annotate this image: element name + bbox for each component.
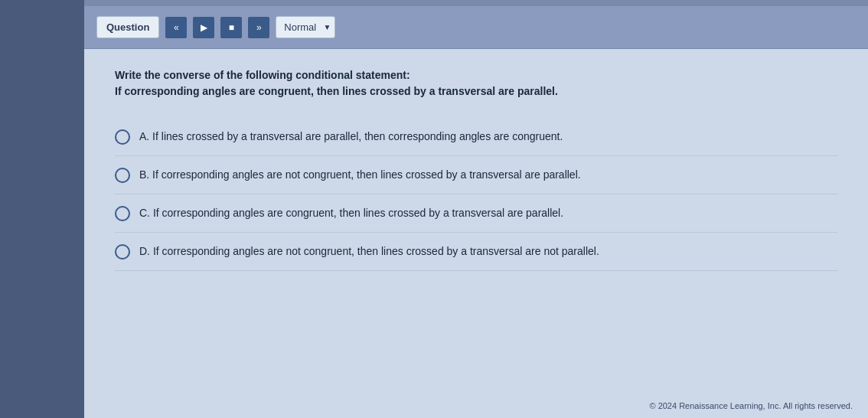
- main-content: Question « ▶ ■ » Slow Normal Fast ▼ Writ…: [84, 0, 868, 418]
- top-bar: [84, 0, 868, 6]
- option-c-text: C. If corresponding angles are congruent…: [139, 205, 563, 221]
- question-button[interactable]: Question: [96, 16, 159, 38]
- left-sidebar: [0, 0, 84, 418]
- option-d[interactable]: D. If corresponding angles are not congr…: [115, 233, 837, 271]
- question-area: Write the converse of the following cond…: [84, 49, 868, 397]
- statement-text: If corresponding angles are congruent, t…: [115, 85, 558, 97]
- option-b-text: B. If corresponding angles are not congr…: [139, 167, 581, 183]
- radio-b[interactable]: [115, 168, 130, 183]
- toolbar: Question « ▶ ■ » Slow Normal Fast ▼: [84, 6, 868, 49]
- speed-select[interactable]: Slow Normal Fast: [276, 16, 335, 38]
- radio-d[interactable]: [115, 244, 130, 260]
- speed-select-wrapper: Slow Normal Fast ▼: [276, 16, 335, 38]
- play-button[interactable]: ▶: [193, 17, 214, 38]
- question-text: Write the converse of the following cond…: [115, 67, 837, 100]
- copyright-text: © 2024 Renaissance Learning, Inc. All ri…: [649, 401, 853, 410]
- stop-button[interactable]: ■: [220, 17, 242, 38]
- option-b[interactable]: B. If corresponding angles are not congr…: [115, 156, 837, 194]
- option-c[interactable]: C. If corresponding angles are congruent…: [115, 194, 837, 233]
- option-a[interactable]: A. If lines crossed by a transversal are…: [115, 118, 837, 156]
- instruction-text: Write the converse of the following cond…: [115, 69, 410, 81]
- radio-c[interactable]: [115, 206, 130, 221]
- footer: © 2024 Renaissance Learning, Inc. All ri…: [84, 397, 868, 418]
- radio-a[interactable]: [115, 129, 130, 145]
- fast-forward-button[interactable]: »: [248, 17, 269, 38]
- option-a-text: A. If lines crossed by a transversal are…: [139, 129, 563, 145]
- option-d-text: D. If corresponding angles are not congr…: [139, 243, 599, 260]
- rewind-button[interactable]: «: [165, 17, 187, 38]
